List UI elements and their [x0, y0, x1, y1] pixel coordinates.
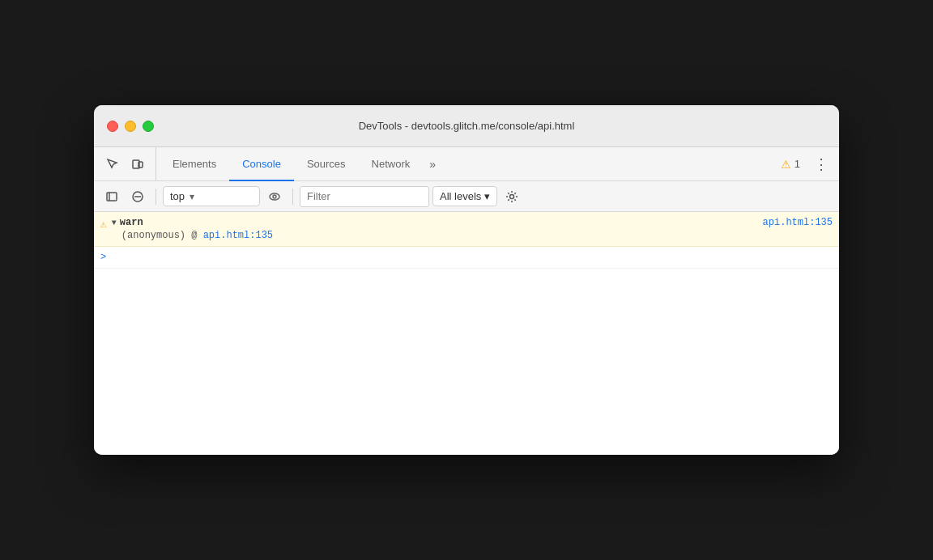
more-tabs-button[interactable]: »: [423, 147, 442, 180]
console-toolbar: top ▾ All levels ▾: [94, 181, 839, 212]
log-levels-dropdown[interactable]: All levels ▾: [432, 186, 497, 206]
context-value: top: [170, 190, 185, 202]
svg-rect-1: [138, 162, 143, 168]
console-input-row: >: [94, 247, 839, 269]
more-menu-button[interactable]: ⋮: [810, 153, 833, 176]
svg-point-8: [510, 194, 514, 198]
warn-triangle-icon: ⚠: [100, 218, 107, 231]
window-title: DevTools - devtools.glitch.me/console/ap…: [359, 120, 575, 132]
input-chevron-icon[interactable]: >: [100, 252, 106, 263]
title-bar: DevTools - devtools.glitch.me/console/ap…: [94, 105, 839, 147]
warn-label-line: ▼ warn: [112, 217, 756, 228]
tab-sources[interactable]: Sources: [294, 147, 359, 181]
tab-console[interactable]: Console: [229, 147, 294, 181]
svg-rect-2: [107, 193, 117, 201]
console-settings-icon[interactable]: [501, 185, 523, 208]
toolbar-divider-2: [292, 189, 293, 205]
devtools-window: DevTools - devtools.glitch.me/console/ap…: [94, 105, 839, 455]
console-empty-area: [94, 269, 839, 431]
warning-count: 1: [795, 158, 800, 170]
warning-badge[interactable]: ⚠ 1: [774, 155, 807, 174]
maximize-button[interactable]: [143, 121, 154, 132]
warn-location-link[interactable]: api.html:135: [763, 217, 833, 228]
levels-chevron-icon: ▾: [484, 190, 490, 202]
traffic-lights: [107, 121, 154, 132]
console-warning-row: ⚠ ▼ warn (anonymous) @ api.html:135 api.…: [94, 212, 839, 247]
clear-console-icon[interactable]: [126, 185, 149, 208]
levels-label: All levels: [440, 190, 481, 202]
sidebar-toggle-icon[interactable]: [100, 185, 123, 208]
warning-row-icon: ⚠: [100, 218, 107, 231]
warn-label-text: warn: [120, 217, 143, 228]
warning-row-body: ▼ warn (anonymous) @ api.html:135: [112, 217, 756, 241]
svg-point-7: [273, 195, 276, 198]
console-content: ⚠ ▼ warn (anonymous) @ api.html:135 api.…: [94, 212, 839, 455]
minimize-button[interactable]: [125, 121, 136, 132]
device-mode-icon[interactable]: [126, 153, 149, 176]
context-selector[interactable]: top ▾: [163, 186, 260, 206]
chevron-down-icon: ▾: [190, 191, 194, 202]
filter-input[interactable]: [300, 186, 429, 207]
tab-bar-right: ⚠ 1 ⋮: [774, 147, 833, 180]
close-button[interactable]: [107, 121, 118, 132]
console-repl-input[interactable]: [113, 252, 833, 263]
inspect-icon[interactable]: [100, 153, 123, 176]
tab-network[interactable]: Network: [359, 147, 424, 181]
tabs-container: Elements Console Sources Network »: [160, 147, 774, 180]
tab-elements[interactable]: Elements: [160, 147, 229, 181]
svg-point-6: [270, 193, 279, 200]
live-expressions-icon[interactable]: [263, 185, 286, 208]
warning-icon: ⚠: [781, 158, 791, 171]
expand-arrow-icon[interactable]: ▼: [112, 218, 117, 227]
tab-bar-left-icons: [100, 147, 156, 180]
warn-sub-line: (anonymous) @ api.html:135: [112, 230, 756, 241]
anonymous-text: (anonymous) @: [121, 230, 203, 241]
warn-link[interactable]: api.html:135: [203, 230, 273, 241]
tab-bar: Elements Console Sources Network » ⚠ 1 ⋮: [94, 147, 839, 181]
toolbar-divider: [156, 189, 156, 205]
